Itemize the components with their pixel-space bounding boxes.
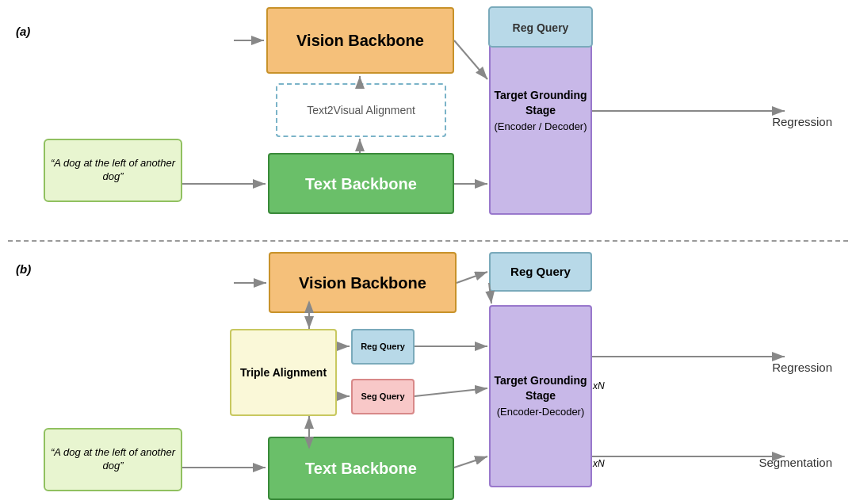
xn-label-1: xN (593, 380, 605, 391)
label-b: (b) (16, 262, 31, 277)
text-backbone-b: Text Backbone (268, 437, 454, 500)
svg-line-18 (454, 456, 487, 468)
vision-backbone-b: Vision Backbone (269, 252, 457, 313)
svg-line-16 (415, 388, 487, 396)
vision-backbone-a: Vision Backbone (266, 7, 454, 74)
svg-line-17 (457, 272, 487, 283)
tgs-b-sub: (Encoder-Decoder) (491, 406, 590, 419)
input-text-a: “A dog at the left of another dog” (44, 139, 182, 202)
svg-line-4 (454, 40, 487, 79)
tgs-a-title: Target Grounding Stage (491, 88, 590, 116)
regression-label-a: Regression (772, 115, 832, 128)
diagram-container: (a) “A dog at the left of another dog” V… (0, 0, 856, 504)
seg-query-small-b: Seg Query (351, 379, 415, 414)
reg-query-large-b: Reg Query (489, 252, 592, 292)
tgs-b-title: Target Grounding Stage (491, 373, 590, 402)
regression-label-b: Regression (772, 361, 832, 374)
xn-label-2: xN (593, 458, 605, 469)
reg-query-small-b: Reg Query (351, 329, 415, 365)
section-divider (8, 240, 848, 242)
text2visual-a: Text2Visual Alignment (276, 83, 446, 137)
tgs-a: Target Grounding Stage (Encoder / Decode… (489, 7, 592, 215)
segmentation-label-b: Segmentation (759, 456, 832, 469)
label-a: (a) (16, 24, 30, 40)
tgs-a-sub: (Encoder / Decoder) (491, 120, 590, 134)
triple-alignment-b: Triple Alignment (230, 329, 337, 416)
input-text-b: “A dog at the left of another dog” (44, 428, 182, 491)
tgs-b: Target Grounding Stage (Encoder-Decoder) (489, 305, 592, 487)
text-backbone-a: Text Backbone (268, 153, 454, 214)
